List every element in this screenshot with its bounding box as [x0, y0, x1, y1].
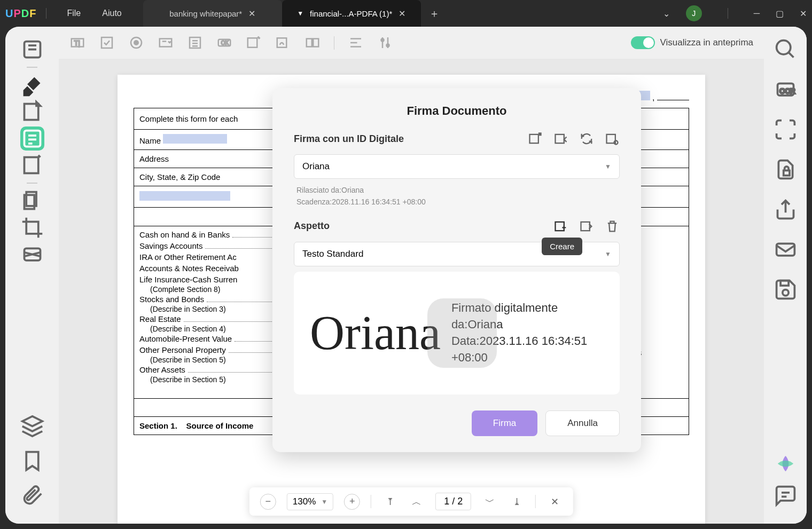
- close-window-icon[interactable]: ✕: [800, 9, 807, 19]
- form-icon[interactable]: [20, 127, 44, 151]
- dropdown-field-icon[interactable]: [158, 35, 174, 51]
- maximize-icon[interactable]: ▢: [776, 9, 784, 19]
- user-avatar[interactable]: J: [686, 5, 702, 21]
- delete-aspect-icon[interactable]: [605, 219, 620, 234]
- separator: [334, 36, 334, 50]
- asset-label: Life Insurance-Cash Surren: [139, 275, 237, 284]
- svg-rect-19: [313, 39, 318, 47]
- add-id-icon[interactable]: [528, 131, 543, 146]
- form-field[interactable]: [163, 134, 227, 144]
- share-icon[interactable]: [774, 198, 798, 222]
- chevron-down-icon: ▼: [605, 250, 611, 258]
- tab-close-icon[interactable]: ✕: [399, 9, 405, 19]
- compress-icon[interactable]: [774, 117, 798, 141]
- signature-field-icon[interactable]: [275, 35, 291, 51]
- import-id-icon[interactable]: [553, 131, 568, 146]
- expiry-text: Scadenza:2028.11.16 16:34:51 +08:00: [294, 196, 620, 208]
- prev-page-icon[interactable]: ︿: [409, 494, 425, 510]
- image-field-icon[interactable]: [246, 35, 262, 51]
- dropdown-icon[interactable]: ⌄: [663, 9, 670, 19]
- id-value: Oriana: [302, 161, 330, 172]
- form-toolbar: T| OK Visualizza in anteprima: [59, 27, 764, 59]
- asset-label: IRA or Other Retirement Ac: [139, 252, 237, 262]
- next-page-icon[interactable]: ﹀: [482, 494, 498, 510]
- highlighter-icon[interactable]: [20, 73, 44, 97]
- sign-button[interactable]: Firma: [472, 410, 537, 436]
- last-page-icon[interactable]: ⤓: [509, 494, 525, 510]
- reader-icon[interactable]: [20, 37, 44, 61]
- separator: [535, 495, 536, 508]
- listbox-icon[interactable]: [187, 35, 203, 51]
- protect-icon[interactable]: [774, 157, 798, 181]
- attachment-icon[interactable]: [20, 484, 44, 508]
- asset-label: Other Personal Property: [139, 345, 226, 354]
- zoom-out-icon[interactable]: −: [260, 494, 276, 510]
- radio-icon[interactable]: [128, 35, 144, 51]
- bookmark-icon[interactable]: [20, 449, 44, 473]
- date-field-icon[interactable]: [304, 35, 321, 51]
- toolbar-right: Visualizza in anteprima: [631, 36, 754, 49]
- cancel-button[interactable]: Annulla: [545, 410, 620, 436]
- asset-label: Cash on hand & in Banks: [139, 230, 230, 239]
- organize-icon[interactable]: [20, 153, 44, 177]
- tab-inactive[interactable]: banking whitepapar* ✕: [143, 0, 282, 27]
- tab-dropdown-icon[interactable]: ▼: [297, 10, 303, 17]
- zoom-display[interactable]: 130%▼: [287, 493, 333, 510]
- svg-point-34: [782, 290, 788, 296]
- svg-rect-32: [776, 243, 794, 256]
- crop-icon[interactable]: [20, 216, 44, 240]
- ai-icon[interactable]: [776, 454, 795, 473]
- save-icon[interactable]: [774, 278, 798, 302]
- redact-icon[interactable]: [20, 242, 44, 266]
- checkbox-icon[interactable]: [99, 35, 115, 51]
- close-controls-icon[interactable]: ✕: [546, 494, 563, 510]
- tabs-area: banking whitepapar* ✕ ▼ financial-...A-P…: [143, 0, 663, 27]
- asset-label: Automobile-Present Value: [139, 334, 232, 343]
- svg-rect-22: [530, 135, 538, 143]
- menu-help[interactable]: Aiuto: [91, 9, 132, 18]
- signature-name: Oriana: [310, 305, 441, 360]
- tab-close-icon[interactable]: ✕: [248, 9, 255, 19]
- view-icon[interactable]: [605, 131, 620, 146]
- tab-label: financial-...A-PDFA (1)*: [310, 9, 392, 18]
- edit-aspect-icon[interactable]: [579, 219, 594, 234]
- text-field-icon[interactable]: T|: [69, 35, 85, 51]
- page-controls: − 130%▼ + ⤒ ︿ 1 / 2 ﹀ ⤓ ✕: [249, 487, 573, 516]
- svg-rect-16: [248, 38, 257, 48]
- edit-icon[interactable]: [20, 100, 44, 124]
- tab-label: banking whitepapar*: [169, 9, 242, 18]
- divider: [27, 67, 37, 68]
- create-tooltip: Creare: [542, 238, 582, 255]
- button-field-icon[interactable]: OK: [216, 35, 232, 51]
- svg-point-11: [134, 41, 138, 45]
- id-dropdown[interactable]: Oriana ▼: [294, 154, 620, 179]
- dialog-subtitle: Firma con un ID Digitale: [294, 133, 404, 145]
- comment-icon[interactable]: [774, 484, 798, 508]
- email-icon[interactable]: [774, 238, 798, 262]
- aspect-label: Aspetto: [294, 220, 330, 232]
- page-display[interactable]: 1 / 2: [435, 493, 471, 510]
- create-aspect-icon[interactable]: [553, 219, 568, 234]
- ocr-icon[interactable]: OCR: [774, 77, 798, 101]
- layers-icon[interactable]: [20, 414, 44, 438]
- zoom-in-icon[interactable]: +: [344, 494, 360, 510]
- title-bar: UPDF File Aiuto banking whitepapar* ✕ ▼ …: [0, 0, 812, 27]
- align-icon[interactable]: [348, 35, 364, 51]
- new-tab-button[interactable]: ＋: [421, 0, 448, 27]
- minimize-icon[interactable]: ─: [754, 9, 760, 18]
- preview-toggle[interactable]: [631, 36, 655, 49]
- menu-file[interactable]: File: [56, 9, 91, 18]
- first-page-icon[interactable]: ⤒: [382, 494, 398, 510]
- svg-text:OCR: OCR: [779, 87, 795, 95]
- right-sidebar: OCR: [764, 27, 807, 524]
- refresh-icon[interactable]: [579, 131, 594, 146]
- tab-active[interactable]: ▼ financial-...A-PDFA (1)* ✕: [282, 0, 421, 27]
- pages-icon[interactable]: [20, 189, 44, 213]
- search-icon[interactable]: [774, 37, 798, 61]
- form-field[interactable]: [139, 191, 230, 201]
- svg-point-28: [776, 41, 790, 54]
- left-sidebar: [5, 27, 59, 524]
- asset-label: Real Estate: [139, 314, 181, 323]
- signature-dialog: Firma Documento Firma con un ID Digitale…: [272, 88, 641, 452]
- tools-icon[interactable]: [377, 35, 393, 51]
